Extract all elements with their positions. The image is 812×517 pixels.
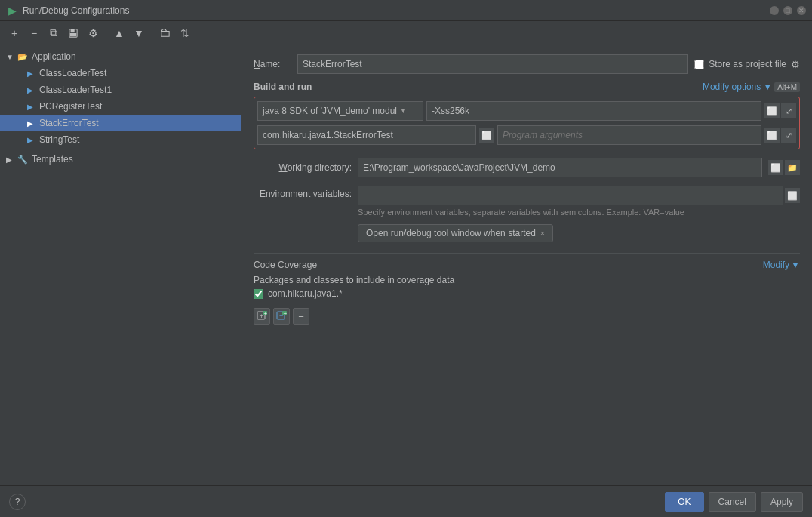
tree-item-stringtest[interactable]: ▶ StringTest (0, 131, 241, 148)
move-down-button[interactable]: ▼ (131, 25, 147, 42)
coverage-checkbox-row: com.hikaru.java1.* (254, 285, 800, 302)
templates-icon: 🔧 (17, 153, 29, 165)
open-tool-window-row: Open run/debug tool window when started … (254, 224, 800, 242)
store-as-project-checkbox[interactable] (694, 60, 704, 69)
tree-templates-group[interactable]: ▶ 🔧 Templates (0, 151, 241, 168)
bottom-bar: ? OK Cancel Apply (0, 485, 812, 517)
remove-configuration-button[interactable]: − (26, 25, 42, 42)
copy-configuration-button[interactable]: ⧉ (45, 25, 62, 42)
modify-options-label: Modify options (703, 82, 761, 92)
coverage-actions: + + + + − (254, 308, 800, 325)
remove-coverage-button[interactable]: − (293, 308, 309, 325)
build-run-section: Build and run Modify options ▼ Alt+M jav… (254, 82, 800, 149)
tree-item-label: StringTest (39, 134, 79, 145)
environment-variables-right: ⬜ Specify environment variables, separat… (358, 186, 800, 217)
store-as-project-label: Store as project file (709, 59, 786, 69)
run-config-icon: ▶ (24, 67, 36, 79)
build-run-title: Build and run (254, 82, 312, 92)
environment-variables-hint: Specify environment variables, separate … (358, 208, 800, 217)
add-configuration-button[interactable]: + (6, 25, 23, 42)
name-label: Name: (254, 59, 291, 69)
working-directory-label: Working directory: (254, 162, 352, 173)
vm-options-expand-button[interactable]: ⬜ (764, 103, 780, 118)
main-class-input[interactable] (257, 125, 476, 145)
minimize-button[interactable]: ─ (770, 6, 779, 15)
modify-options-shortcut: Alt+M (774, 82, 800, 92)
tree-item-classloadertest[interactable]: ▶ ClassLoaderTest (0, 65, 241, 82)
toolbar-divider-2 (152, 26, 152, 40)
close-button[interactable]: ✕ (797, 6, 806, 15)
move-to-folder-button[interactable] (157, 25, 174, 42)
application-folder-icon: 📂 (17, 51, 29, 63)
configuration-form: Name: Store as project file ⚙ Build and … (241, 45, 812, 485)
working-directory-input[interactable] (358, 158, 762, 177)
name-input[interactable] (297, 54, 688, 74)
modify-options-link[interactable]: Modify options ▼ Alt+M (703, 82, 800, 92)
vm-options-resize-button[interactable]: ⤢ (781, 103, 796, 118)
sdk-label: java 8 SDK of 'JVM_demo' modul (263, 106, 397, 116)
chip-close-button[interactable]: × (540, 229, 545, 238)
expand-arrow-collapsed-icon: ▶ (6, 155, 17, 164)
tree-application-group[interactable]: ▼ 📂 Application (0, 48, 241, 65)
working-dir-expand-button[interactable]: ⬜ (768, 160, 783, 175)
working-directory-row: Working directory: ⬜ 📁 (254, 157, 800, 178)
coverage-modify-label: Modify (763, 260, 789, 270)
code-coverage-section: Code Coverage Modify ▼ Packages and clas… (254, 250, 800, 325)
dialog-action-buttons: OK Cancel Apply (665, 492, 803, 512)
svg-text:+: + (284, 311, 288, 317)
environment-variables-label: Environment variables: (254, 186, 352, 199)
program-args-input[interactable] (497, 125, 761, 145)
coverage-package-label: com.hikaru.java1.* (268, 288, 343, 299)
coverage-package-checkbox[interactable] (254, 289, 263, 299)
sort-button[interactable]: ⇅ (177, 25, 193, 42)
maximize-button[interactable]: □ (783, 6, 792, 15)
move-up-button[interactable]: ▲ (111, 25, 128, 42)
coverage-modify-arrow-icon: ▼ (791, 260, 800, 270)
run-config-icon: ▶ (24, 134, 36, 146)
tree-item-stackerrortest[interactable]: ▶ StackErrorTest (0, 115, 241, 131)
env-input-row: ⬜ (358, 186, 800, 205)
tree-item-label: StackErrorTest (39, 118, 99, 128)
sdk-vm-row: java 8 SDK of 'JVM_demo' modul ▼ ⬜ ⤢ (257, 100, 796, 122)
sdk-dropdown[interactable]: java 8 SDK of 'JVM_demo' modul ▼ (257, 101, 423, 121)
environment-variables-input[interactable] (358, 186, 783, 205)
name-row: Name: Store as project file ⚙ (254, 54, 800, 74)
working-directory-buttons: ⬜ 📁 (768, 160, 800, 175)
cancel-button[interactable]: Cancel (709, 492, 756, 512)
svg-text:+: + (264, 311, 268, 317)
application-group-label: Application (32, 51, 76, 62)
run-config-icon: ▶ (24, 117, 36, 129)
ok-button[interactable]: OK (665, 492, 703, 512)
sdk-dropdown-arrow-icon: ▼ (400, 107, 407, 115)
tree-item-pcregistertest[interactable]: ▶ PCRegisterTest (0, 98, 241, 115)
open-tool-window-label: Open run/debug tool window when started (366, 228, 536, 238)
args-expand-button[interactable]: ⬜ (764, 128, 780, 143)
expand-arrow-icon: ▼ (6, 53, 17, 61)
tree-item-label: PCRegisterTest (39, 101, 102, 112)
modify-options-dropdown-icon: ▼ (763, 82, 772, 92)
svg-rect-1 (71, 29, 75, 32)
build-run-header: Build and run Modify options ▼ Alt+M (254, 82, 800, 92)
vm-options-input[interactable] (426, 101, 761, 121)
add-class-button[interactable]: + + (273, 308, 290, 325)
code-coverage-title: Code Coverage (254, 260, 317, 270)
code-coverage-header: Code Coverage Modify ▼ (254, 253, 800, 270)
coverage-modify-link[interactable]: Modify ▼ (763, 260, 800, 270)
run-config-icon: ▶ (24, 84, 36, 96)
working-dir-browse-button[interactable]: 📁 (785, 160, 800, 175)
templates-group-label: Templates (32, 154, 73, 165)
help-button[interactable]: ? (9, 494, 26, 510)
toolbar: + − ⧉ ⚙ ▲ ▼ ⇅ (0, 21, 812, 45)
class-chooser-button[interactable]: ⬜ (479, 128, 494, 143)
env-expand-button[interactable]: ⬜ (785, 188, 800, 203)
environment-variables-row: Environment variables: ⬜ Specify environ… (254, 186, 800, 217)
settings-button[interactable]: ⚙ (85, 25, 101, 42)
args-resize-button[interactable]: ⤢ (781, 128, 796, 143)
add-package-button[interactable]: + + (254, 308, 270, 325)
tree-item-classloadertest1[interactable]: ▶ ClassLoaderTest1 (0, 82, 241, 98)
tree-item-label: ClassLoaderTest (39, 68, 106, 78)
class-args-row: ⬜ ⬜ ⤢ (257, 125, 796, 146)
apply-button[interactable]: Apply (761, 492, 803, 512)
save-configuration-button[interactable] (65, 25, 82, 42)
open-tool-window-chip: Open run/debug tool window when started … (358, 224, 553, 242)
